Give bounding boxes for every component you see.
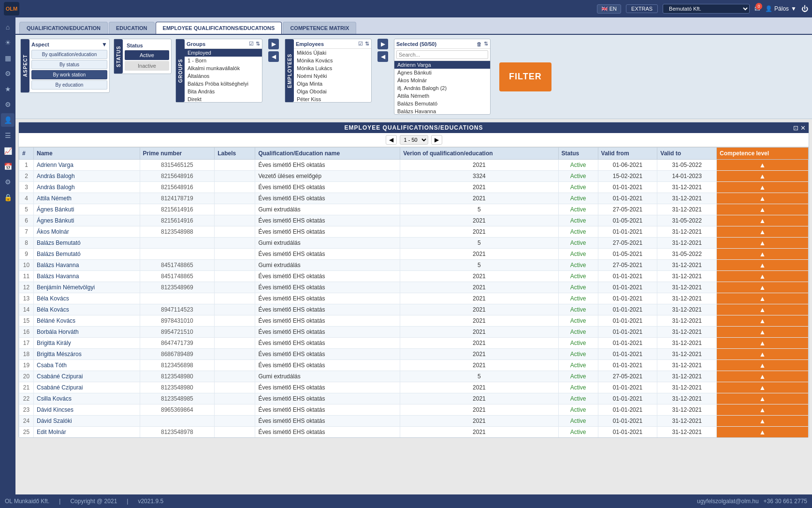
- table-row[interactable]: 20 Csabáné Czipurai 8123548980 Gumi extr…: [19, 371, 809, 382]
- transfer-right-button[interactable]: ▶: [268, 39, 279, 49]
- selected-search-input[interactable]: [396, 50, 488, 59]
- table-row[interactable]: 17 Brigitta Király 8647471739 Éves ismét…: [19, 338, 809, 349]
- list-item[interactable]: ifj. András Balogh (2): [394, 84, 490, 92]
- table-row[interactable]: 23 Dávid Kincses 8965369864 Éves ismétlő…: [19, 404, 809, 416]
- table-row[interactable]: 15 Béláné Kovács 8978431010 Éves ismétlő…: [19, 315, 809, 327]
- list-item[interactable]: Miklós Újlaki: [294, 49, 371, 57]
- list-item[interactable]: Mónika Kovács: [294, 57, 371, 64]
- table-row[interactable]: 8 Balázs Bemutató Gumi extrudálás 5 Acti…: [19, 238, 809, 249]
- transfer-left-button-2[interactable]: ◀: [377, 51, 388, 62]
- status-inactive[interactable]: Inactive: [125, 61, 169, 71]
- employees-checkbox[interactable]: ☑: [358, 41, 363, 47]
- sidebar-icon-settings[interactable]: ⚙: [1, 98, 14, 111]
- table-row[interactable]: 7 Ákos Molnár 8123548988 Éves ismétlő EH…: [19, 226, 809, 238]
- cell-valid-from: 01-01-2021: [598, 404, 657, 416]
- table-row[interactable]: 11 Balázs Havanna 8451748865 Éves ismétl…: [19, 271, 809, 282]
- table-row[interactable]: 3 András Balogh 8215648916 Éves ismétlő …: [19, 182, 809, 193]
- sidebar-icon-settings2[interactable]: ⚙: [1, 175, 14, 189]
- aspect-btn-education[interactable]: By education: [31, 80, 107, 90]
- status-active[interactable]: Active: [125, 50, 169, 60]
- list-item[interactable]: Balázs Bemutató: [394, 100, 490, 107]
- aspect-btn-status[interactable]: By status: [31, 60, 107, 69]
- aspect-btn-qual[interactable]: By qualification/education: [31, 50, 107, 59]
- sidebar-icon-chart[interactable]: ▦: [1, 51, 14, 65]
- table-row[interactable]: 12 Benjámín Németvölgyi 8123548969 Éves …: [19, 282, 809, 293]
- table-row[interactable]: 24 Dávid Szalóki Éves ismétlő EHS oktatá…: [19, 416, 809, 427]
- table-row[interactable]: 2 András Balogh 8215648916 Vezető üléses…: [19, 171, 809, 182]
- table-row[interactable]: 19 Csaba Tóth 8123456898 Éves ismétlő EH…: [19, 360, 809, 371]
- company-select[interactable]: Bemutató Kft.: [663, 4, 750, 14]
- list-item[interactable]: Ágnes Bánkuti: [394, 69, 490, 76]
- list-item[interactable]: Olga Obodai: [294, 88, 371, 95]
- sidebar-icon-sun[interactable]: ☀: [1, 36, 14, 49]
- list-item[interactable]: 1 - Born: [185, 57, 262, 64]
- selected-sort-icon[interactable]: ⇅: [484, 41, 488, 47]
- cell-valid-from: 27-05-2021: [598, 371, 657, 382]
- sidebar-icon-shield[interactable]: 🔒: [1, 191, 14, 204]
- selected-list[interactable]: Adrienn Varga Ágnes Bánkuti Ákos Molnár …: [394, 61, 490, 114]
- employees-list[interactable]: Miklós Újlaki Mónika Kovács Mónika Lukác…: [294, 49, 371, 102]
- list-item[interactable]: Balázs Havanna: [394, 107, 490, 114]
- sidebar-icon-star[interactable]: ★: [1, 82, 14, 96]
- aspect-filter-icon[interactable]: ▼: [102, 41, 107, 48]
- cell-name: Ágnes Bánkuti: [34, 215, 140, 226]
- table-row[interactable]: 5 Ágnes Bánkuti 8215614916 Gumi extrudál…: [19, 204, 809, 215]
- table-row[interactable]: 25 Edit Molnár 8123548978 Éves ismétlő E…: [19, 427, 809, 438]
- selected-clear-button[interactable]: 🗑: [477, 41, 482, 47]
- sidebar-icon-list[interactable]: ☰: [1, 129, 14, 142]
- list-item[interactable]: Attila Németh: [394, 92, 490, 100]
- table-row[interactable]: 13 Béla Kovács Éves ismétlő EHS oktatás …: [19, 293, 809, 304]
- grid-close-button[interactable]: ✕: [800, 124, 806, 132]
- groups-checkbox[interactable]: ☑: [249, 41, 254, 47]
- tab-emp-qual-edu[interactable]: EMPLOYEE QUALIFICATIONS/EDUCATIONS: [156, 22, 282, 34]
- list-item[interactable]: Olga Minta: [294, 80, 371, 88]
- groups-list[interactable]: Employed 1 - Born Alkalmi munkavállalók …: [185, 49, 262, 102]
- list-item[interactable]: Noémi Nyéki: [294, 72, 371, 80]
- table-row[interactable]: 21 Csabáné Czipurai 8123548980 Éves ismé…: [19, 382, 809, 393]
- table-row[interactable]: 9 Balázs Bemutató Éves ismétlő EHS oktat…: [19, 249, 809, 260]
- table-row[interactable]: 10 Balázs Havanna 8451748865 Gumi extrud…: [19, 260, 809, 271]
- filter-button[interactable]: FILTER: [499, 62, 551, 91]
- list-item[interactable]: Ákos Molnár: [394, 76, 490, 84]
- sidebar-icon-home[interactable]: ⌂: [1, 20, 14, 34]
- sidebar-icon-person[interactable]: 👤: [1, 113, 14, 127]
- list-item[interactable]: Bita András: [185, 88, 262, 95]
- table-row[interactable]: 14 Béla Kovács 8947114523 Éves ismétlő E…: [19, 304, 809, 315]
- list-item[interactable]: Mónika Lukács: [294, 64, 371, 72]
- sidebar-icon-calendar[interactable]: 📅: [1, 160, 14, 173]
- sidebar-icon-chart2[interactable]: 📈: [1, 144, 14, 158]
- language-button[interactable]: 🇬🇧 EN: [597, 4, 621, 14]
- list-item[interactable]: Általános: [185, 72, 262, 80]
- sidebar-icon-users[interactable]: ⚙: [1, 67, 14, 80]
- employees-sort-icon[interactable]: ⇅: [365, 41, 369, 47]
- mail-button[interactable]: ✉0: [754, 5, 760, 13]
- table-row[interactable]: 18 Brigitta Mészáros 8686789489 Éves ism…: [19, 349, 809, 360]
- tab-qual-edu[interactable]: QUALIFICATION/EDUCATION: [19, 22, 108, 34]
- list-item[interactable]: Direkt: [185, 95, 262, 102]
- table-row[interactable]: 22 Csilla Kovács 8123548985 Éves ismétlő…: [19, 393, 809, 404]
- list-item[interactable]: Balázs Próba költséghelyi: [185, 80, 262, 88]
- pagination-select[interactable]: 1 - 50: [400, 135, 428, 145]
- user-button[interactable]: 👤 Pálos ▼: [765, 5, 797, 12]
- transfer-right-button-2[interactable]: ▶: [377, 39, 388, 49]
- tab-comp-matrix[interactable]: COMPETENCE MATRIX: [283, 22, 356, 34]
- list-item[interactable]: Employed: [185, 49, 262, 57]
- grid-expand-button[interactable]: ⊡: [793, 124, 798, 132]
- list-item[interactable]: Adrienn Varga: [394, 61, 490, 69]
- tab-education[interactable]: EDUCATION: [109, 22, 155, 34]
- pagination-next[interactable]: ▶: [431, 135, 442, 145]
- transfer-left-button[interactable]: ◀: [268, 51, 279, 62]
- pagination-prev[interactable]: ◀: [386, 135, 397, 145]
- table-row[interactable]: 4 Attila Németh 8124178719 Éves ismétlő …: [19, 193, 809, 204]
- cell-labels: [215, 382, 255, 393]
- table-row[interactable]: 6 Ágnes Bánkuti 8215614916 Éves ismétlő …: [19, 215, 809, 226]
- list-item[interactable]: Alkalmi munkavállalók: [185, 64, 262, 72]
- table-row[interactable]: 16 Borbála Horváth 8954721510 Éves ismét…: [19, 327, 809, 338]
- groups-sort-icon[interactable]: ⇅: [256, 41, 260, 47]
- list-item[interactable]: Péter Kiss: [294, 95, 371, 102]
- extras-button[interactable]: EXTRAS: [626, 4, 658, 13]
- aspect-btn-workstation[interactable]: By work station: [31, 70, 107, 79]
- power-button[interactable]: ⏻: [801, 5, 808, 13]
- table-row[interactable]: 1 Adrienn Varga 8315465125 Éves ismétlő …: [19, 160, 809, 171]
- top-bar-right: 🇬🇧 EN EXTRAS Bemutató Kft. ✉0 👤 Pálos ▼ …: [597, 4, 808, 14]
